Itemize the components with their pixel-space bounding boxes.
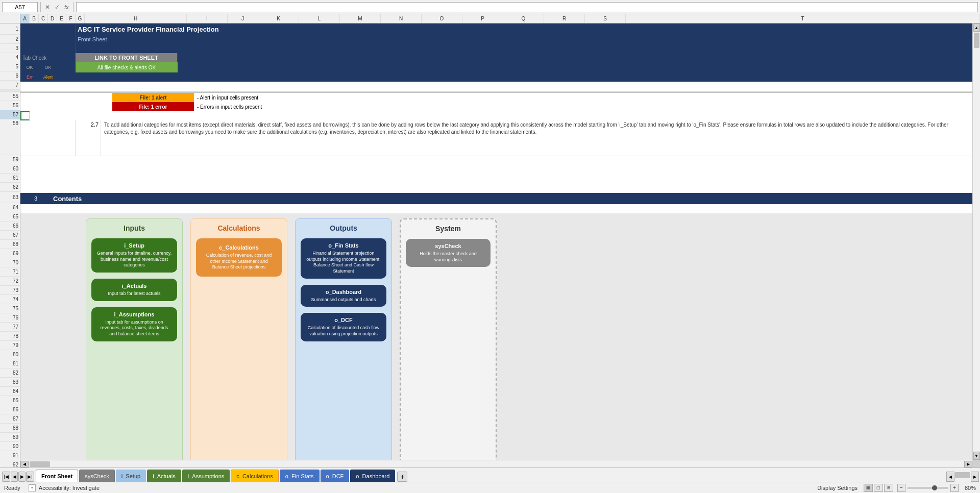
isetup-box[interactable]: i_Setup General inputs for timeline, cur… [91, 238, 177, 273]
cell-a57[interactable] [20, 111, 30, 120]
tab-syscheck[interactable]: sysCheck [79, 470, 115, 482]
cell-a1 [20, 23, 76, 35]
row-num-63: 63 [0, 192, 20, 203]
scrollbar-horizontal[interactable]: ◀ ▶ [20, 460, 972, 467]
grid-content: ABC IT Service Provider Financial Projec… [20, 23, 980, 467]
page-break-btn[interactable]: ⊞ [884, 484, 893, 492]
cell-a63-b63-num: 3 [20, 193, 51, 204]
row-num-70: 70 [0, 258, 20, 267]
cell-a2 [20, 35, 76, 44]
row-num-61: 61 [0, 174, 20, 183]
h-scroll-right-end[interactable]: ▶ [971, 472, 979, 482]
page-layout-btn[interactable]: ▢ [874, 484, 883, 492]
syscheck-box[interactable]: sysCheck Holds the master check and warn… [406, 239, 491, 267]
formula-input[interactable] [76, 2, 978, 12]
row-num-76: 76 [0, 313, 20, 323]
system-column: System sysCheck Holds the master check a… [400, 218, 497, 467]
zoom-slider-thumb[interactable] [932, 485, 937, 490]
zoom-out-btn[interactable]: − [897, 484, 905, 492]
iactuals-box[interactable]: i_Actuals Input tab for latest actuals [91, 279, 177, 301]
scroll-up-btn[interactable]: ▲ [973, 23, 980, 32]
tab-isetup[interactable]: i_Setup [116, 470, 146, 482]
row-num-80: 80 [0, 350, 20, 359]
tab-ofinstats[interactable]: o_Fin Stats [280, 470, 320, 482]
scroll-down-btn[interactable]: ▼ [973, 452, 980, 460]
h-scroll-thumb2[interactable] [955, 472, 970, 478]
add-sheet-btn[interactable]: + [397, 472, 407, 482]
row-2: Front Sheet [20, 35, 972, 44]
row-62 [20, 184, 972, 193]
col-header-j: J [228, 14, 258, 23]
col-header-k: K [258, 14, 299, 23]
normal-view-icon[interactable]: ▪ [29, 484, 36, 491]
row-5: OK OK All file checks & alerts OK [20, 62, 972, 72]
tab-odcf[interactable]: o_DCF [321, 470, 350, 482]
corner-cell [0, 14, 20, 23]
scroll-left-btn[interactable]: ◀ [20, 461, 29, 467]
tab-nav-right-right[interactable]: ▶| [26, 472, 34, 482]
odcf-box[interactable]: o_DCF Calculation of discounted cash flo… [301, 313, 386, 341]
tab-iassumptions[interactable]: i_Assumptions [182, 470, 230, 482]
confirm-icon[interactable]: ✓ [53, 4, 61, 11]
normal-view-btn[interactable]: ▦ [864, 484, 873, 492]
cancel-icon[interactable]: ✕ [43, 4, 52, 11]
ccalculations-desc: Calculation of revenue, cost and other I… [201, 253, 277, 270]
tab-ccalculations[interactable]: c_Calculations [231, 470, 279, 482]
tab-front-sheet[interactable]: Front Sheet [36, 470, 78, 482]
row-num-83: 83 [0, 378, 20, 387]
col-header-d: D [48, 14, 57, 23]
row-num-7: 7 [0, 81, 20, 90]
display-settings-label[interactable]: Display Settings [817, 485, 857, 491]
scroll-right-btn[interactable]: ▶ [964, 461, 972, 467]
tab-iactuals[interactable]: i_Actuals [147, 470, 181, 482]
row-num-67: 67 [0, 231, 20, 240]
row-num-82: 82 [0, 368, 20, 378]
row-num-75: 75 [0, 304, 20, 313]
row-num-57: 57 [0, 110, 20, 119]
system-title: System [406, 225, 491, 233]
grid-scroll-content: ABC IT Service Provider Financial Projec… [20, 23, 972, 467]
tab-nav-left[interactable]: ◀ [11, 472, 18, 482]
cell-h4[interactable]: LINK TO FRONT SHEET [76, 53, 178, 62]
tab-nav-right[interactable]: ▶ [18, 472, 26, 482]
zoom-in-btn[interactable]: + [950, 484, 959, 492]
row-num-62: 62 [0, 183, 20, 192]
row-num-68: 68 [0, 240, 20, 249]
cell-a55-g55 [20, 93, 112, 102]
scroll-h-thumb[interactable] [30, 461, 50, 467]
row-num-86: 86 [0, 405, 20, 414]
cell-a5-b5: OK [20, 62, 39, 72]
tab-nav-left-left[interactable]: |◀ [2, 472, 10, 482]
scrollbar-vertical[interactable]: ▲ ▼ [972, 23, 980, 460]
row-num-88: 88 [0, 424, 20, 433]
syscheck-desc: Holds the master check and warnings list… [411, 251, 485, 263]
cell-i56: - Errors in input cells present [194, 102, 972, 111]
cell-h55-alert: File: 1 alert [112, 93, 194, 102]
row-num-64: 64 [0, 203, 20, 212]
row-57[interactable] [20, 111, 972, 120]
row-4: Tab Check LINK TO FRONT SHEET [20, 53, 972, 62]
cell-h1: ABC IT Service Provider Financial Projec… [76, 23, 972, 35]
status-bar: Ready ▪ Accessibility: Investigate Displ… [0, 482, 980, 493]
col-header-g: G [76, 14, 85, 23]
h-scroll-left-end[interactable]: ◀ [946, 472, 954, 482]
tab-odashboard[interactable]: o_Dashboard [350, 470, 395, 482]
ofinstats-box[interactable]: o_Fin Stats Financial Statement projecti… [301, 238, 386, 279]
formula-bar: A57 ✕ ✓ fx [0, 0, 980, 14]
cell-b58-num: 2.7 [76, 120, 101, 156]
row-num-3: 3 [0, 44, 20, 53]
col-header-i: I [187, 14, 228, 23]
ccalculations-box[interactable]: c_Calculations Calculation of revenue, c… [196, 238, 282, 277]
cell-h3 [76, 44, 972, 53]
iassumptions-box[interactable]: i_Assumptions Input tab for assumptions … [91, 307, 177, 341]
zoom-slider-track[interactable] [908, 487, 948, 489]
col-header-o: O [422, 14, 462, 23]
odashboard-box[interactable]: o_Dashboard Summarised outputs and chart… [301, 285, 386, 307]
row-num-91: 91 [0, 451, 20, 460]
zoom-level: 80% [961, 485, 976, 491]
fx-icon[interactable]: fx [63, 4, 70, 10]
scroll-thumb[interactable] [974, 33, 979, 48]
cell-reference[interactable]: A57 [2, 2, 38, 12]
col-header-l: L [299, 14, 340, 23]
syscheck-title: sysCheck [411, 243, 485, 249]
